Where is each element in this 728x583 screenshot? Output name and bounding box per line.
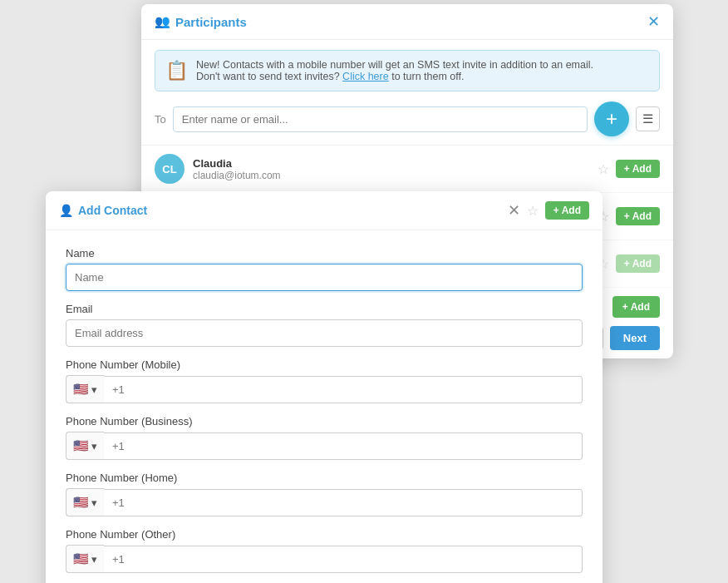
- add-contact-person-icon: 👤: [59, 204, 73, 217]
- contact-actions: ☆ + Add: [598, 207, 660, 225]
- chevron-down-icon: ▾: [91, 497, 97, 509]
- us-flag-icon: 🇺🇸: [73, 438, 89, 453]
- phone-mobile-row: 🇺🇸 ▾: [66, 375, 583, 403]
- email-input[interactable]: [66, 319, 583, 347]
- hamburger-button[interactable]: ☰: [636, 106, 660, 131]
- email-label: Email: [66, 303, 583, 315]
- add-contact-button[interactable]: + Add: [616, 207, 660, 225]
- phone-home-input[interactable]: [104, 489, 583, 516]
- contact-actions: ☆ + Add: [598, 254, 660, 273]
- chevron-down-icon: ▾: [91, 383, 97, 396]
- add-contact-button[interactable]: + Add: [616, 254, 660, 273]
- star-button[interactable]: ☆: [598, 161, 609, 177]
- add-contact-form-body: Name Email Phone Number (Mobile) 🇺🇸 ▾ Ph…: [46, 230, 603, 583]
- phone-other-input[interactable]: [104, 546, 583, 573]
- phone-business-flag-selector[interactable]: 🇺🇸 ▾: [66, 432, 104, 460]
- table-row: CL Claudia claudia@iotum.com ☆ + Add: [141, 146, 673, 193]
- contact-email: claudia@iotum.com: [193, 170, 589, 181]
- search-bar-row: To + ☰: [141, 101, 673, 145]
- phone-home-label: Phone Number (Home): [66, 472, 583, 484]
- phone-home-flag-selector[interactable]: 🇺🇸 ▾: [66, 488, 104, 516]
- phone-home-group: Phone Number (Home) 🇺🇸 ▾: [66, 472, 583, 516]
- add-contact-controls: ✕ ☆ + Add: [508, 201, 589, 220]
- avatar: CL: [155, 154, 184, 184]
- us-flag-icon: 🇺🇸: [73, 551, 89, 566]
- add-contact-add-button[interactable]: + Add: [545, 201, 589, 220]
- info-banner-text: New! Contacts with a mobile number will …: [196, 59, 593, 82]
- next-button[interactable]: Next: [610, 326, 660, 350]
- add-contact-title-text: Add Contact: [78, 204, 147, 217]
- phone-mobile-label: Phone Number (Mobile): [66, 358, 583, 371]
- phone-home-row: 🇺🇸 ▾: [66, 488, 583, 516]
- us-flag-icon: 🇺🇸: [73, 382, 89, 397]
- modal-close-button[interactable]: ✕: [647, 14, 660, 29]
- modal-header: 👥 Participants ✕: [141, 4, 673, 40]
- add-contact-close-button[interactable]: ✕: [508, 203, 520, 218]
- phone-mobile-flag-selector[interactable]: 🇺🇸 ▾: [66, 375, 104, 403]
- phone-mobile-group: Phone Number (Mobile) 🇺🇸 ▾: [66, 358, 583, 403]
- name-field-group: Name: [66, 247, 583, 291]
- phone-business-label: Phone Number (Business): [66, 415, 583, 427]
- phone-other-flag-selector[interactable]: 🇺🇸 ▾: [66, 545, 104, 573]
- contact-info: Claudia claudia@iotum.com: [193, 157, 589, 181]
- chevron-down-icon: ▾: [91, 553, 97, 566]
- contact-actions: ☆ + Add: [598, 160, 660, 178]
- name-label: Name: [66, 247, 583, 259]
- info-icon: 📋: [165, 60, 188, 82]
- add-fab-button[interactable]: +: [594, 101, 629, 136]
- name-input[interactable]: [66, 264, 583, 291]
- search-input[interactable]: [173, 106, 588, 132]
- add-contact-button[interactable]: + Add: [616, 160, 660, 178]
- phone-business-group: Phone Number (Business) 🇺🇸 ▾: [66, 415, 583, 460]
- modal-title: 👥 Participants: [155, 14, 247, 29]
- modal-title-text: Participants: [175, 15, 247, 29]
- add-contact-star-button[interactable]: ☆: [527, 203, 539, 219]
- add-contact-modal: 👤 Add Contact ✕ ☆ + Add Name Email Phone…: [46, 191, 603, 583]
- click-here-link[interactable]: Click here: [342, 71, 389, 82]
- email-field-group: Email: [66, 303, 583, 347]
- to-label: To: [155, 113, 166, 126]
- info-banner: 📋 New! Contacts with a mobile number wil…: [155, 50, 660, 91]
- phone-other-group: Phone Number (Other) 🇺🇸 ▾: [66, 528, 583, 573]
- add-contact-title: 👤 Add Contact: [59, 204, 147, 217]
- phone-other-label: Phone Number (Other): [66, 528, 583, 541]
- phone-mobile-input[interactable]: [104, 376, 583, 403]
- participants-icon: 👥: [155, 14, 170, 29]
- phone-other-row: 🇺🇸 ▾: [66, 545, 583, 573]
- phone-business-row: 🇺🇸 ▾: [66, 432, 583, 460]
- add-inline-button[interactable]: + Add: [612, 296, 660, 318]
- phone-business-input[interactable]: [104, 432, 583, 460]
- add-contact-header: 👤 Add Contact ✕ ☆ + Add: [46, 191, 603, 230]
- us-flag-icon: 🇺🇸: [73, 495, 89, 510]
- chevron-down-icon: ▾: [91, 440, 97, 452]
- contact-name: Claudia: [193, 157, 589, 170]
